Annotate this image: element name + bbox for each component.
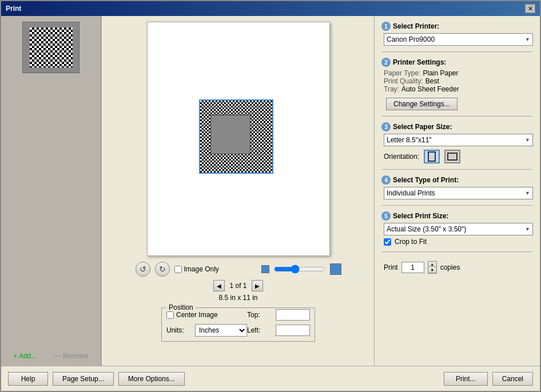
zoom-slider-container	[274, 265, 325, 274]
select-print-type-section: 4 Select Type of Print: Individual Print…	[381, 175, 533, 199]
section-num-1: 1	[381, 22, 391, 31]
portrait-button[interactable]	[424, 150, 440, 163]
print-copies-row: Print ▲ ▼ copies	[384, 261, 533, 274]
image-only-checkbox[interactable]	[174, 266, 182, 273]
select-printer-title: Select Printer:	[393, 22, 439, 30]
separator-4	[381, 205, 533, 206]
right-panel: 1 Select Printer: Canon Pro9000 ▼ 2 Prin…	[374, 16, 540, 366]
close-button[interactable]: ✕	[525, 4, 535, 13]
page-size-info: 8.5 in x 11 in	[218, 294, 257, 302]
paper-type-label: Paper Type:	[384, 69, 421, 77]
top-input[interactable]: 4.5	[276, 309, 310, 321]
printer-combo-arrow: ▼	[525, 37, 530, 42]
print-size-dropdown-row: Actual Size (3.50" x 3.50") ▼	[384, 223, 533, 235]
print-size-header: 5 Select Print Size:	[381, 211, 533, 221]
print-image-container	[199, 99, 273, 174]
page-info: 1 of 1	[229, 282, 246, 290]
paper-size-value: Letter 8.5"x11"	[387, 136, 432, 144]
printer-dropdown-row: Canon Pro9000 ▼	[384, 33, 533, 46]
center-image-label[interactable]: Center Image	[166, 311, 218, 319]
next-page-button[interactable]: ▶	[252, 280, 263, 291]
select-printer-header: 1 Select Printer:	[381, 22, 533, 31]
controls-row: ↺ ↻ Image Only	[136, 262, 341, 277]
rotate-right-button[interactable]: ↻	[155, 262, 170, 277]
left-label: Left:	[247, 326, 276, 334]
remove-button[interactable]: — Remove	[54, 352, 89, 360]
paper-size-title: Select Paper Size:	[393, 123, 452, 131]
prev-page-button[interactable]: ◀	[213, 280, 225, 291]
print-quality-value: Best	[425, 77, 439, 85]
units-label: Units:	[166, 326, 195, 334]
print-type-dropdown-row: Individual Prints ▼	[384, 187, 533, 199]
printer-settings-section: 2 Printer Settings: Paper Type: Plain Pa…	[381, 58, 533, 110]
left-input[interactable]: 2.256	[276, 325, 310, 336]
landscape-icon	[447, 153, 458, 161]
bottom-bar: Help Page Setup... More Options... Print…	[1, 366, 540, 391]
print-type-value: Individual Prints	[387, 189, 435, 197]
units-row: Units: Inches Centimeters Pixels Left: 2…	[166, 324, 310, 337]
crop-to-fit-checkbox[interactable]	[384, 238, 391, 246]
center-image-text: Center Image	[176, 311, 218, 319]
center-image-checkbox[interactable]	[166, 311, 174, 319]
paper-size-combo[interactable]: Letter 8.5"x11" ▼	[384, 134, 533, 146]
crop-to-fit-label[interactable]: Crop to Fit	[395, 238, 427, 246]
section-num-3: 3	[381, 122, 391, 131]
cancel-button[interactable]: Cancel	[492, 372, 533, 386]
image-only-label: Image Only	[184, 265, 219, 273]
printer-combo[interactable]: Canon Pro9000 ▼	[384, 33, 533, 46]
position-section: Position Center Image Top: 4.5 Units: In…	[161, 307, 315, 342]
tray-value: Auto Sheet Feeder	[401, 85, 459, 93]
print-type-combo[interactable]: Individual Prints ▼	[384, 187, 533, 199]
orientation-row: Orientation:	[384, 150, 533, 163]
print-button[interactable]: Print...	[444, 372, 488, 386]
rotate-left-button[interactable]: ↺	[136, 262, 150, 277]
select-printer-section: 1 Select Printer: Canon Pro9000 ▼	[381, 22, 533, 46]
print-dialog: Print ✕ + Add... — Remove	[0, 0, 541, 392]
section-num-2: 2	[381, 58, 391, 67]
portrait-icon	[428, 151, 436, 162]
page-navigation-row: ◀ 1 of 1 ▶	[213, 280, 262, 291]
print-label: Print	[384, 263, 398, 271]
main-preview-area: ↺ ↻ Image Only ◀ 1 of 1 ▶ 8.5 in x 11	[102, 16, 374, 366]
print-quality-row: Print Quality: Best	[384, 77, 533, 85]
copies-increment-button[interactable]: ▲	[428, 262, 436, 267]
paper-type-value: Plain Paper	[423, 69, 459, 77]
printer-value: Canon Pro9000	[387, 35, 435, 43]
print-image	[200, 101, 272, 173]
paper-size-header: 3 Select Paper Size:	[381, 122, 533, 131]
printer-settings-title: Printer Settings:	[393, 58, 446, 66]
print-type-arrow: ▼	[525, 190, 530, 196]
zoom-slider[interactable]	[274, 265, 325, 274]
print-size-arrow: ▼	[525, 226, 530, 232]
units-select[interactable]: Inches Centimeters Pixels	[195, 324, 247, 337]
image-only-checkbox-label[interactable]: Image Only	[174, 265, 219, 273]
crop-to-fit-row: Crop to Fit	[384, 238, 533, 246]
thumbnail-sidebar: + Add... — Remove	[1, 16, 101, 366]
top-label: Top:	[247, 311, 276, 319]
copies-spinner: ▲ ▼	[428, 261, 437, 274]
landscape-button[interactable]	[444, 150, 460, 163]
page-setup-button[interactable]: Page Setup...	[53, 372, 114, 386]
print-quality-label: Print Quality:	[384, 77, 423, 85]
copies-decrement-button[interactable]: ▼	[428, 267, 436, 273]
inner-image-overlay	[210, 115, 250, 154]
section-num-5: 5	[381, 211, 391, 221]
add-button[interactable]: + Add...	[13, 352, 37, 360]
thumbnail-image	[30, 27, 73, 67]
help-button[interactable]: Help	[8, 372, 48, 386]
dialog-title: Print	[6, 5, 21, 13]
separator-5	[381, 251, 533, 252]
copies-input[interactable]	[401, 262, 424, 273]
title-bar: Print ✕	[1, 1, 540, 16]
change-settings-button[interactable]: Change Settings...	[386, 98, 458, 110]
color-indicator-small	[261, 265, 269, 273]
separator-2	[381, 116, 533, 117]
svg-rect-1	[448, 153, 457, 160]
sidebar-bottom-controls: + Add... — Remove	[1, 352, 101, 360]
more-options-button[interactable]: More Options...	[118, 372, 185, 386]
printer-settings-header: 2 Printer Settings:	[381, 58, 533, 67]
print-size-value: Actual Size (3.50" x 3.50")	[387, 225, 466, 233]
separator-3	[381, 169, 533, 170]
copies-label: copies	[440, 263, 460, 271]
print-size-combo[interactable]: Actual Size (3.50" x 3.50") ▼	[384, 223, 533, 235]
